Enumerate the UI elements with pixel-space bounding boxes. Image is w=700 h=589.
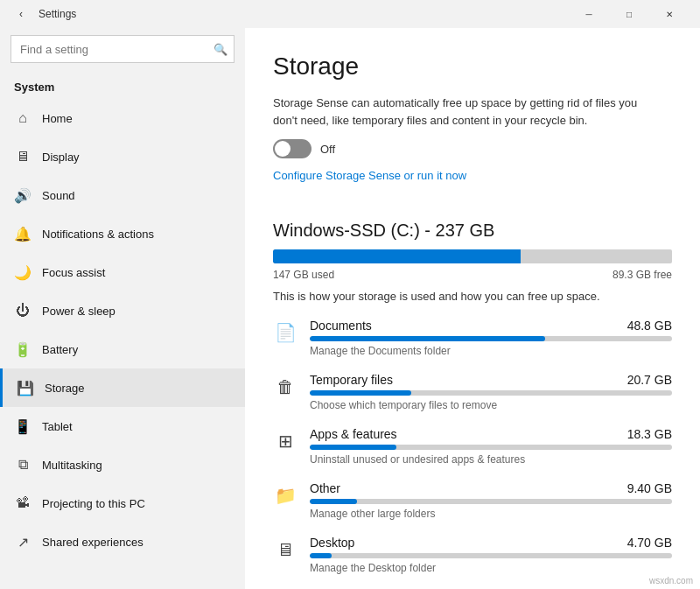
home-icon: ⌂ bbox=[14, 109, 32, 127]
sidebar-section-header: System bbox=[0, 70, 245, 99]
documents-bar-fill bbox=[310, 336, 545, 341]
sidebar-item-label-multitasking: Multitasking bbox=[42, 459, 102, 472]
apps-bar-fill bbox=[310, 445, 396, 450]
temp-content: Temporary files 20.7 GB Choose which tem… bbox=[310, 373, 672, 411]
temp-name: Temporary files bbox=[310, 373, 393, 387]
storage-item-apps[interactable]: ⊞ Apps & features 18.3 GB Uninstall unus… bbox=[273, 425, 672, 467]
sidebar-item-label-display: Display bbox=[42, 151, 80, 164]
multitasking-icon: ⧉ bbox=[14, 456, 32, 473]
sidebar-item-display[interactable]: 🖥 Display bbox=[0, 137, 245, 176]
main-content: Storage Storage Sense can automatically … bbox=[245, 28, 700, 589]
other-header: Other 9.40 GB bbox=[310, 481, 672, 495]
minimize-button[interactable]: ─ bbox=[569, 0, 609, 28]
desktop-size: 4.70 GB bbox=[627, 536, 672, 550]
storage-icon: 💾 bbox=[17, 379, 34, 396]
sidebar-item-projecting[interactable]: 📽 Projecting to this PC bbox=[0, 484, 245, 522]
sidebar-item-battery[interactable]: 🔋 Battery bbox=[0, 330, 245, 368]
drive-bar-labels: 147 GB used 89.3 GB free bbox=[273, 269, 672, 281]
temp-size: 20.7 GB bbox=[627, 373, 672, 387]
apps-desc: Uninstall unused or undesired apps & fea… bbox=[310, 453, 672, 466]
other-name: Other bbox=[310, 481, 340, 495]
sidebar-item-label-home: Home bbox=[42, 112, 73, 125]
apps-name: Apps & features bbox=[310, 427, 397, 441]
drive-storage-bar bbox=[273, 249, 672, 263]
display-icon: 🖥 bbox=[14, 148, 32, 165]
back-button[interactable]: ‹ bbox=[10, 4, 32, 25]
other-bar bbox=[310, 499, 672, 504]
drive-used-desc: This is how your storage is used and how… bbox=[273, 290, 672, 303]
apps-content: Apps & features 18.3 GB Uninstall unused… bbox=[310, 427, 672, 466]
search-icon[interactable]: 🔍 bbox=[214, 43, 228, 56]
search-input[interactable] bbox=[10, 35, 234, 63]
close-button[interactable]: ✕ bbox=[649, 0, 690, 28]
power-icon: ⏻ bbox=[14, 302, 32, 319]
sound-icon: 🔊 bbox=[14, 186, 32, 204]
storage-sense-toggle[interactable] bbox=[273, 139, 312, 158]
projecting-icon: 📽 bbox=[14, 494, 32, 512]
sidebar-item-power[interactable]: ⏻ Power & sleep bbox=[0, 291, 245, 330]
sidebar-item-label-storage: Storage bbox=[45, 382, 85, 395]
temp-bar bbox=[310, 390, 672, 396]
temp-desc: Choose which temporary files to remove bbox=[310, 399, 672, 411]
watermark: wsxdn.com bbox=[649, 576, 693, 585]
apps-size: 18.3 GB bbox=[627, 427, 672, 441]
sidebar-item-multitasking[interactable]: ⧉ Multitasking bbox=[0, 445, 245, 484]
documents-header: Documents 48.8 GB bbox=[310, 319, 672, 333]
sidebar-item-label-shared: Shared experiences bbox=[42, 536, 144, 549]
storage-items-list: 📄 Documents 48.8 GB Manage the Documents… bbox=[273, 317, 672, 576]
sidebar-item-label-power: Power & sleep bbox=[42, 305, 116, 318]
sidebar-item-notifications[interactable]: 🔔 Notifications & actions bbox=[0, 214, 245, 253]
temp-icon: 🗑 bbox=[273, 375, 298, 399]
app-container: 🔍 System ⌂ Home 🖥 Display 🔊 Sound 🔔 Noti… bbox=[0, 28, 700, 589]
sidebar-item-shared[interactable]: ↗ Shared experiences bbox=[0, 522, 245, 561]
other-desc: Manage other large folders bbox=[310, 508, 672, 520]
sidebar: 🔍 System ⌂ Home 🖥 Display 🔊 Sound 🔔 Noti… bbox=[0, 28, 245, 589]
restore-button[interactable]: □ bbox=[609, 0, 649, 28]
storage-sense-description: Storage Sense can automatically free up … bbox=[273, 95, 658, 129]
apps-bar bbox=[310, 445, 672, 450]
other-icon: 📁 bbox=[273, 483, 298, 508]
sidebar-item-label-focus: Focus assist bbox=[42, 266, 105, 279]
other-bar-fill bbox=[310, 499, 357, 504]
storage-item-other[interactable]: 📁 Other 9.40 GB Manage other large folde… bbox=[273, 480, 672, 522]
sidebar-item-label-tablet: Tablet bbox=[42, 420, 73, 433]
toggle-label: Off bbox=[320, 143, 335, 156]
sidebar-items-list: ⌂ Home 🖥 Display 🔊 Sound 🔔 Notifications… bbox=[0, 99, 245, 561]
sidebar-item-home[interactable]: ⌂ Home bbox=[0, 99, 245, 137]
toggle-row: Off bbox=[273, 139, 672, 158]
desktop-desc: Manage the Desktop folder bbox=[310, 562, 672, 574]
page-title: Storage bbox=[273, 53, 672, 81]
desktop-content: Desktop 4.70 GB Manage the Desktop folde… bbox=[310, 536, 672, 574]
apps-header: Apps & features 18.3 GB bbox=[310, 427, 672, 441]
documents-name: Documents bbox=[310, 319, 372, 333]
apps-icon: ⊞ bbox=[273, 429, 298, 453]
configure-link[interactable]: Configure Storage Sense or run it now bbox=[273, 169, 466, 182]
storage-item-desktop[interactable]: 🖥 Desktop 4.70 GB Manage the Desktop fol… bbox=[273, 534, 672, 576]
tablet-icon: 📱 bbox=[14, 417, 32, 435]
temp-bar-fill bbox=[310, 390, 411, 396]
battery-icon: 🔋 bbox=[14, 340, 32, 358]
sidebar-item-focus[interactable]: 🌙 Focus assist bbox=[0, 253, 245, 291]
documents-content: Documents 48.8 GB Manage the Documents f… bbox=[310, 319, 672, 357]
documents-size: 48.8 GB bbox=[627, 319, 672, 333]
search-container: 🔍 bbox=[10, 35, 234, 63]
desktop-name: Desktop bbox=[310, 536, 354, 550]
storage-item-temp[interactable]: 🗑 Temporary files 20.7 GB Choose which t… bbox=[273, 371, 672, 413]
other-size: 9.40 GB bbox=[627, 481, 672, 495]
app-title: Settings bbox=[38, 8, 76, 20]
documents-desc: Manage the Documents folder bbox=[310, 345, 672, 357]
drive-used-label: 147 GB used bbox=[273, 269, 334, 281]
documents-bar bbox=[310, 336, 672, 341]
sidebar-item-tablet[interactable]: 📱 Tablet bbox=[0, 407, 245, 445]
other-content: Other 9.40 GB Manage other large folders bbox=[310, 481, 672, 520]
storage-item-documents[interactable]: 📄 Documents 48.8 GB Manage the Documents… bbox=[273, 317, 672, 359]
sidebar-item-label-notifications: Notifications & actions bbox=[42, 228, 154, 241]
notifications-icon: 🔔 bbox=[14, 225, 32, 242]
sidebar-item-storage[interactable]: 💾 Storage bbox=[0, 368, 245, 407]
desktop-icon: 🖥 bbox=[273, 537, 298, 562]
sidebar-item-label-battery: Battery bbox=[42, 343, 78, 356]
desktop-bar-fill bbox=[310, 553, 332, 558]
documents-icon: 📄 bbox=[273, 320, 298, 345]
desktop-bar bbox=[310, 553, 672, 558]
sidebar-item-sound[interactable]: 🔊 Sound bbox=[0, 176, 245, 214]
